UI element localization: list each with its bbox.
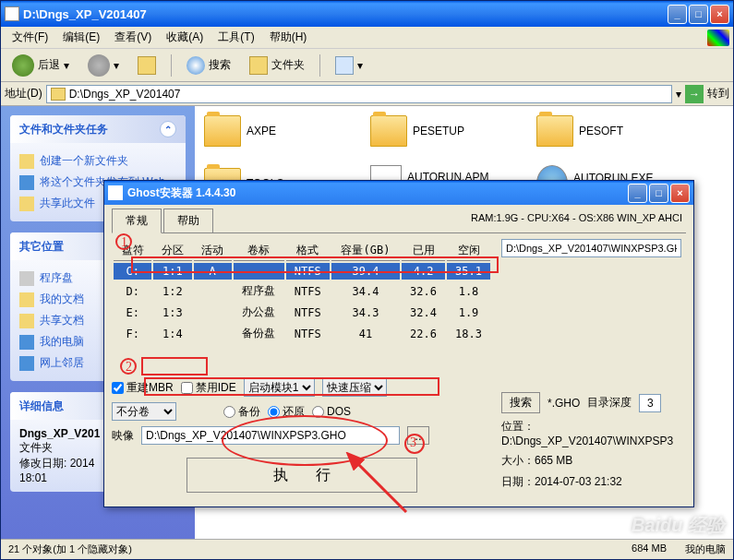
up-button[interactable]: [130, 53, 163, 78]
disk-cell: [234, 263, 284, 280]
backup-radio[interactable]: 备份: [223, 404, 260, 420]
disable-ide-checkbox[interactable]: 禁用IDE: [181, 380, 236, 396]
column-header[interactable]: 空闲: [447, 241, 490, 261]
disk-cell: NTFS: [286, 324, 330, 343]
folders-button[interactable]: 文件夹: [242, 53, 312, 78]
address-input[interactable]: D:\Dngs_XP_V201407: [46, 85, 672, 103]
column-header[interactable]: 容量(GB): [331, 241, 400, 261]
disk-row[interactable]: E:1:3办公盘NTFS34.332.41.9: [114, 303, 490, 322]
dos-radio[interactable]: DOS: [312, 405, 351, 418]
file-item[interactable]: PESETUP: [370, 115, 518, 147]
disk-cell: [194, 324, 232, 343]
maximize-button[interactable]: □: [689, 5, 708, 24]
tab-help[interactable]: 帮助: [163, 209, 213, 232]
close-button[interactable]: ×: [670, 184, 690, 203]
go-label: 转到: [707, 86, 729, 101]
disk-row[interactable]: C:1:1ANTFS39.44.235.1: [114, 263, 490, 280]
search-button[interactable]: 搜索: [179, 53, 238, 78]
file-item[interactable]: PESOFT: [536, 115, 684, 147]
disk-cell: 4.2: [402, 263, 445, 280]
shared-icon: [19, 314, 34, 328]
image-path-input[interactable]: [141, 426, 400, 445]
ghost-dialog: Ghost安装器 1.4.4.30 _ □ × 常规 帮助 RAM:1.9G -…: [103, 180, 694, 507]
tasks-header: 文件和文件夹任务: [19, 122, 108, 137]
browse-button[interactable]: ..: [407, 426, 429, 445]
gho-path-input[interactable]: [501, 239, 681, 257]
column-header[interactable]: 盘符: [114, 241, 151, 261]
column-header[interactable]: 格式: [286, 241, 330, 261]
collapse-icon[interactable]: ⌃: [160, 121, 176, 137]
separator: [171, 54, 172, 77]
boot-module-select[interactable]: 启动模块1: [244, 378, 315, 397]
file-name: PESOFT: [579, 125, 623, 137]
location-info: 位置：D:\Dngs_XP_V201407\WINXPSP3: [501, 419, 686, 447]
execute-button[interactable]: 执行: [187, 458, 417, 493]
ghost-titlebar[interactable]: Ghost安装器 1.4.4.30 _ □ ×: [104, 181, 693, 205]
folder-icon: [204, 115, 241, 147]
search-icon: [187, 56, 205, 75]
up-icon: [138, 56, 156, 75]
folder-icon: [370, 115, 407, 147]
column-header[interactable]: 活动: [194, 241, 232, 261]
statusbar: 21 个对象(加 1 个隐藏对象) 684 MB 我的电脑: [1, 539, 733, 559]
file-item[interactable]: AXPE: [204, 115, 352, 147]
minimize-button[interactable]: _: [628, 184, 647, 203]
xp-logo-icon: [707, 30, 729, 46]
forward-icon: [88, 54, 110, 77]
disk-cell: NTFS: [286, 263, 330, 280]
disk-cell: 程序盘: [234, 281, 284, 301]
views-button[interactable]: ▾: [328, 53, 370, 78]
docs-icon: [19, 292, 34, 307]
forward-button[interactable]: ▾: [80, 51, 126, 80]
compress-select[interactable]: 快速压缩: [322, 378, 387, 397]
menu-help[interactable]: 帮助(H): [262, 28, 315, 47]
addressbar: 地址(D) D:\Dngs_XP_V201407 ▾ → 转到: [1, 82, 733, 106]
maximize-button[interactable]: □: [649, 184, 668, 203]
image-label: 映像: [112, 428, 134, 444]
disk-row[interactable]: D:1:2程序盘NTFS34.432.61.8: [114, 281, 490, 301]
menu-edit[interactable]: 编辑(E): [55, 28, 107, 47]
menu-fav[interactable]: 收藏(A): [159, 28, 211, 47]
disk-cell: 1.9: [447, 303, 490, 322]
go-button[interactable]: →: [685, 85, 704, 103]
separator: [319, 54, 320, 77]
tab-general[interactable]: 常规: [112, 209, 162, 233]
ext-label: *.GHO: [547, 397, 580, 410]
depth-input[interactable]: [639, 394, 661, 412]
menu-file[interactable]: 文件(F): [5, 28, 55, 47]
rebuild-mbr-checkbox[interactable]: 重建MBR: [112, 380, 174, 396]
disk-cell: [194, 281, 232, 301]
disk-cell: 22.6: [402, 324, 445, 343]
drive-icon: [19, 271, 34, 286]
disk-cell: 1:1: [153, 263, 191, 280]
disk-table[interactable]: 盘符分区活动卷标格式容量(GB)已用空闲 C:1:1ANTFS39.44.235…: [112, 239, 492, 345]
search-gho-button[interactable]: 搜索: [501, 392, 540, 413]
disk-cell: 34.3: [331, 303, 400, 322]
titlebar[interactable]: D:\Dngs_XP_V201407 _ □ ×: [1, 1, 733, 27]
column-header[interactable]: 分区: [153, 241, 191, 261]
disk-cell: D:: [114, 281, 151, 301]
task-new-folder[interactable]: 创建一个新文件夹: [19, 150, 176, 172]
toolbar: 后退 ▾ ▾ 搜索 文件夹 ▾: [1, 49, 733, 82]
dropdown-icon: ▾: [64, 59, 69, 72]
restore-radio[interactable]: 还原: [268, 404, 305, 420]
split-select[interactable]: 不分卷: [112, 402, 176, 421]
folder-icon: [5, 6, 19, 21]
menu-view[interactable]: 查看(V): [107, 28, 159, 47]
back-button[interactable]: 后退 ▾: [5, 51, 77, 80]
disk-cell: 办公盘: [234, 303, 284, 322]
minimize-button[interactable]: _: [668, 5, 687, 24]
status-left: 21 个对象(加 1 个隐藏对象): [8, 542, 132, 556]
column-header[interactable]: 已用: [402, 241, 445, 261]
close-button[interactable]: ×: [710, 5, 729, 24]
menu-tools[interactable]: 工具(T): [211, 28, 261, 47]
file-name: PESETUP: [413, 125, 464, 137]
disk-row[interactable]: F:1:4备份盘NTFS4122.618.3: [114, 324, 490, 343]
dropdown-icon[interactable]: ▾: [676, 88, 681, 101]
folders-label: 文件夹: [271, 57, 305, 73]
search-label: 搜索: [209, 57, 231, 73]
folders-icon: [249, 56, 268, 75]
disk-cell: E:: [114, 303, 151, 322]
network-icon: [19, 356, 34, 371]
column-header[interactable]: 卷标: [234, 241, 284, 261]
